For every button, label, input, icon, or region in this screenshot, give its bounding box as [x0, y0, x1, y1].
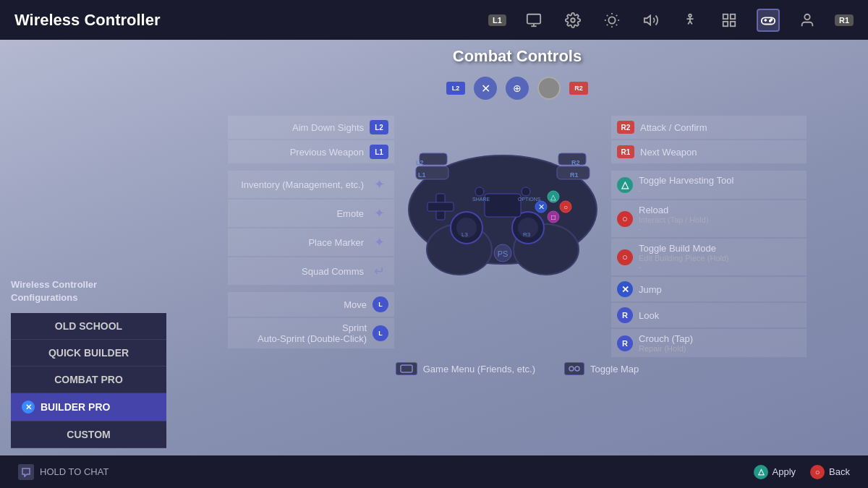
left-sidebar: Wireless Controller Configurations OLD S…	[0, 40, 166, 455]
svg-text:○: ○	[563, 203, 568, 211]
crouch-row: R Crouch (Tap) Repair (Hold)	[611, 329, 807, 357]
dpad-left-icon: ↵	[370, 262, 388, 281]
svg-rect-16	[731, 14, 735, 18]
build-mode-sub: Edit Building Piece (Hold)	[639, 254, 729, 262]
svg-line-8	[616, 24, 617, 25]
hold-to-chat-label: HOLD TO CHAT	[40, 466, 109, 477]
config-custom[interactable]: CUSTOM	[11, 421, 166, 448]
options-bottom-icon	[564, 362, 584, 375]
nav-icon-monitor[interactable]	[522, 9, 545, 32]
config-combat-pro[interactable]: COMBAT PRO	[11, 367, 166, 393]
svg-rect-15	[723, 14, 728, 18]
dpad-right-icon: ✦	[370, 204, 388, 223]
r3-crouch-icon: R	[617, 335, 633, 351]
config-quick-builder[interactable]: QUICK BUILDER	[11, 340, 166, 367]
touchpad-icon	[537, 77, 561, 100]
svg-text:L1: L1	[418, 171, 426, 179]
nav-icon-accessibility[interactable]	[678, 9, 702, 32]
svg-rect-44	[485, 194, 521, 217]
attack-confirm-label: Attack / Confirm	[640, 122, 707, 133]
build-mode-label: Toggle Build Mode	[639, 243, 729, 254]
r2-icon: R2	[617, 121, 634, 134]
back-action[interactable]: ○ Back	[810, 465, 850, 479]
controller-section: Aim Down Sights L2 Previous Weapon L1 In…	[166, 108, 868, 359]
apply-label: Apply	[773, 466, 796, 477]
svg-text:R1: R1	[570, 171, 579, 179]
place-marker-label: Place Marker	[308, 237, 364, 248]
game-menu-btn: Game Menu (Friends, etc.)	[396, 362, 535, 375]
crouch-label: Crouch (Tap)	[639, 333, 693, 344]
game-menu-label: Game Menu (Friends, etc.)	[423, 364, 535, 374]
svg-text:PS: PS	[498, 249, 509, 258]
svg-point-46	[522, 187, 530, 196]
back-label: Back	[829, 466, 850, 477]
apply-action[interactable]: △ Apply	[754, 465, 796, 479]
crouch-sub: Repair (Hold)	[639, 344, 693, 353]
config-old-school[interactable]: OLD SCHOOL	[11, 313, 166, 340]
svg-point-21	[770, 20, 771, 22]
nav-icon-user[interactable]	[796, 9, 819, 32]
svg-rect-35	[427, 202, 454, 211]
l3-badge-sprint: L	[373, 325, 388, 341]
nav-icon-controller[interactable]	[757, 9, 780, 32]
nav-icon-gear[interactable]	[561, 9, 584, 32]
inventory-row: Inventory (Management, etc.) ✦	[228, 171, 394, 198]
circle-build-icon: ○	[617, 249, 633, 265]
toggle-map-label: Toggle Map	[590, 364, 639, 374]
hold-to-chat: HOLD TO CHAT	[18, 464, 109, 480]
right-controls: R2 Attack / Confirm R1 Next Weapon △ Tog…	[611, 108, 807, 359]
svg-line-7	[607, 14, 608, 15]
r2-top-badge: R2	[569, 82, 588, 95]
nav-icons: L1 R1	[488, 9, 854, 32]
nav-icon-brightness[interactable]	[600, 9, 624, 32]
harvesting-label: Toggle Harvesting Tool	[639, 175, 733, 186]
svg-text:△: △	[550, 193, 556, 201]
reload-sub2: -	[639, 224, 709, 233]
build-mode-row: ○ Toggle Build Mode Edit Building Piece …	[611, 239, 807, 275]
toggle-map-btn: Toggle Map	[564, 362, 639, 375]
svg-text:L3: L3	[461, 231, 468, 238]
reload-sub: Interact (Tap / Hold)	[639, 215, 709, 224]
svg-rect-19	[762, 17, 775, 24]
r1-badge[interactable]: R1	[835, 14, 854, 26]
controller-image: △ ○ ✕ □ L2 L1 R2 R1	[394, 108, 611, 282]
harvesting-tool-row: △ Toggle Harvesting Tool -	[611, 171, 807, 199]
bottom-right: △ Apply ○ Back	[754, 465, 850, 479]
r1-icon: R1	[617, 145, 634, 158]
svg-text:□: □	[551, 213, 556, 221]
svg-text:OPTIONS: OPTIONS	[518, 197, 541, 202]
reload-row: ○ Reload Interact (Tap / Hold) -	[611, 200, 807, 237]
build-mode-sub2: -	[639, 262, 729, 271]
look-row: R Look	[611, 303, 807, 328]
move-icon-top: ⊕	[506, 77, 529, 100]
attack-confirm-row: R2 Attack / Confirm	[611, 116, 807, 139]
previous-weapon-row: Previous Weapon L1	[228, 140, 394, 163]
triangle-apply-icon: △	[754, 465, 768, 479]
config-builder-pro[interactable]: ✕ BUILDER PRO	[11, 393, 166, 421]
move-label: Move	[344, 299, 367, 310]
sidebar-title: Wireless Controller Configurations	[11, 278, 166, 304]
l1-badge-ctrl: L1	[370, 145, 388, 159]
previous-weapon-label: Previous Weapon	[290, 147, 364, 158]
svg-text:SHARE: SHARE	[472, 197, 490, 202]
svg-point-14	[689, 14, 692, 17]
place-marker-row: Place Marker ✦	[228, 228, 394, 256]
left-controls: Aim Down Sights L2 Previous Weapon L1 In…	[228, 108, 394, 350]
nav-icon-volume[interactable]	[639, 9, 663, 32]
squad-comms-row: Squad Comms ↵	[228, 257, 394, 285]
bottom-bar: HOLD TO CHAT △ Apply ○ Back	[0, 455, 868, 488]
look-label: Look	[639, 310, 659, 321]
aim-down-sights-label: Aim Down Sights	[292, 122, 364, 133]
sprint-label: SprintAuto-Sprint (Double-Click)	[258, 322, 367, 344]
l2-top-badge: L2	[446, 82, 465, 95]
circle-back-icon: ○	[810, 465, 825, 479]
l1-badge[interactable]: L1	[488, 14, 506, 26]
svg-rect-18	[731, 21, 735, 25]
svg-text:R3: R3	[523, 231, 531, 238]
cross-icon: ✕	[617, 281, 633, 297]
jump-row: ✕ Jump	[611, 277, 807, 301]
nav-icon-grid[interactable]	[718, 9, 741, 32]
next-weapon-label: Next Weapon	[640, 147, 697, 158]
emote-label: Emote	[336, 208, 364, 219]
svg-rect-57	[401, 365, 412, 372]
